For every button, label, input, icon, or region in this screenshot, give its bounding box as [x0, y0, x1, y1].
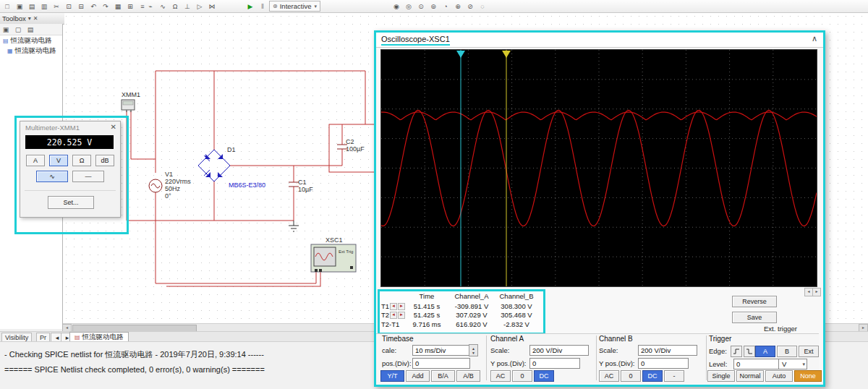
toolbar-icon[interactable]: ◉: [391, 1, 402, 12]
oscilloscope-screen[interactable]: [380, 49, 817, 287]
xmm1-label[interactable]: XMM1: [122, 91, 140, 98]
toolbar-icon[interactable]: ⊟: [75, 1, 87, 12]
cursor-left-icon[interactable]: ◄: [390, 312, 397, 319]
oscilloscope-titlebar[interactable]: Oscilloscope-XSC1 ∧: [376, 33, 823, 48]
multimeter-signal-button[interactable]: ∿: [36, 171, 68, 182]
toolbar-icon[interactable]: ⊚: [427, 1, 439, 12]
toolbar-icon[interactable]: ▥: [38, 1, 50, 12]
probe-toolbar-icons: ◉◎⊙⊚◔⊕⊘◌: [391, 1, 489, 12]
reverse-button[interactable]: Reverse: [732, 296, 777, 307]
multimeter-set-button[interactable]: Set...: [48, 196, 94, 209]
timebase-scale-input[interactable]: 10 ms/Div: [412, 345, 470, 356]
cursor-channel-a-value: -309.891 V: [448, 302, 495, 312]
multimeter-mode-button[interactable]: dB: [95, 155, 114, 166]
channel-a-coupling-button[interactable]: DC: [534, 370, 554, 382]
cursor-right-icon[interactable]: ►: [398, 303, 405, 310]
ext-trigger-label[interactable]: Ext. trigger: [764, 325, 797, 333]
toolbar-icon[interactable]: ↷: [100, 1, 111, 12]
trigger-source-button[interactable]: A: [755, 346, 775, 357]
toolbar-icon[interactable]: ▦: [112, 1, 124, 12]
close-icon[interactable]: ✕: [33, 15, 38, 22]
channel-b-coupling-button[interactable]: -: [664, 370, 684, 382]
toolbar-icon[interactable]: ◌: [477, 1, 488, 12]
falling-edge-button[interactable]: [744, 346, 755, 357]
oscilloscope-title: Oscilloscope-XSC1: [381, 35, 450, 46]
trigger-source-button[interactable]: Ext: [799, 346, 819, 357]
multimeter-mode-button[interactable]: V: [49, 155, 68, 166]
timebase-scale-spinner[interactable]: ▲▼: [469, 344, 478, 356]
trigger-mode-button[interactable]: None: [794, 370, 822, 382]
toolbar-icon[interactable]: □: [1, 1, 13, 12]
toolbar-icon[interactable]: ⊙: [415, 1, 427, 12]
interactive-dropdown[interactable]: ⊛ Interactive ▾: [269, 1, 320, 12]
toolbar-icon[interactable]: ⋈: [206, 1, 218, 12]
channel-a-scale-input[interactable]: 200 V/Div: [529, 345, 589, 356]
timebase-mode-button[interactable]: Y/T: [380, 370, 404, 382]
trace-scroll-right-icon[interactable]: ▸: [812, 288, 821, 296]
multimeter-mode-buttons: AVΩdB: [20, 155, 120, 166]
run-icon[interactable]: ▶: [244, 1, 256, 12]
trigger-mode-button[interactable]: Auto: [765, 370, 793, 382]
timebase-xpos-input[interactable]: 0: [412, 358, 470, 369]
timebase-mode-button[interactable]: Add: [406, 370, 430, 382]
collapse-icon[interactable]: ∧: [812, 34, 817, 43]
v1-ref[interactable]: V1: [165, 171, 173, 178]
c1-ref[interactable]: C1: [298, 179, 307, 186]
channel-a-coupling-button[interactable]: AC: [490, 370, 511, 382]
cursor-left-icon[interactable]: ◄: [390, 303, 397, 310]
channel-b-scale-input[interactable]: 200 V/Div: [638, 345, 697, 356]
toolbar-icon[interactable]: ▤: [25, 24, 36, 35]
rising-edge-button[interactable]: [731, 346, 742, 357]
toolbar-icon[interactable]: ∿: [157, 1, 169, 12]
toolbar-icon[interactable]: ⊘: [464, 1, 476, 12]
c2-ref[interactable]: C2: [346, 138, 354, 145]
toolbar-icon[interactable]: ▷: [194, 1, 205, 12]
v1-value: 220Vrms: [165, 178, 191, 185]
toolbar-icon[interactable]: ▣: [0, 24, 12, 35]
toolbar-icon[interactable]: ⊕: [452, 1, 464, 12]
toolbox-tree-item[interactable]: ▤ 恒流驱动电路: [0, 35, 62, 46]
toolbox-tree-item[interactable]: ▦ 恒流驱动电路: [0, 46, 62, 56]
channel-b-coupling-buttons: AC0DC-: [599, 370, 686, 382]
channel-b-coupling-button[interactable]: AC: [599, 370, 619, 382]
sheet-tab[interactable]: ▤ 恒流驱动电路: [69, 332, 129, 342]
spinner-down-icon[interactable]: ▼: [472, 351, 475, 355]
toolbar-icon[interactable]: ◔: [440, 1, 451, 12]
trigger-mode-button[interactable]: Single: [707, 370, 735, 382]
toolbar-icon[interactable]: ⊞: [124, 1, 136, 12]
save-button[interactable]: Save: [732, 312, 777, 323]
chevron-down-icon[interactable]: ▾: [28, 15, 31, 22]
channel-a-ypos-input[interactable]: 0: [529, 358, 580, 369]
toolbar-icon[interactable]: ⊡: [63, 1, 75, 12]
toolbar-icon[interactable]: ⌁: [145, 1, 156, 12]
toolbar-icon[interactable]: ▤: [26, 1, 38, 12]
trigger-level-input[interactable]: 0: [733, 359, 780, 369]
pause-icon[interactable]: Ⅱ: [257, 1, 268, 12]
trigger-unit-select[interactable]: V ▾: [778, 359, 807, 369]
channel-b-coupling-button[interactable]: DC: [642, 370, 663, 382]
close-icon[interactable]: ✕: [111, 123, 116, 131]
multimeter-signal-button[interactable]: —: [72, 171, 104, 182]
d1-part[interactable]: MB6S-E3/80: [229, 181, 265, 189]
toolbar-icon[interactable]: ↶: [88, 1, 99, 12]
timebase-mode-button[interactable]: B/A: [431, 370, 455, 382]
toolbar-icon[interactable]: ▢: [12, 24, 24, 35]
cursor-right-icon[interactable]: ►: [398, 312, 405, 319]
trigger-source-button[interactable]: B: [777, 346, 797, 357]
multimeter-mode-button[interactable]: Ω: [72, 155, 91, 166]
toolbar-icon[interactable]: ◎: [403, 1, 414, 12]
timebase-mode-button[interactable]: A/B: [456, 370, 480, 382]
d1-ref[interactable]: D1: [227, 146, 236, 153]
channel-b-coupling-button[interactable]: 0: [621, 370, 641, 382]
xsc1-label[interactable]: XSC1: [326, 236, 343, 244]
multimeter-mode-button[interactable]: A: [26, 155, 45, 166]
toolbar-icon[interactable]: Ω: [169, 1, 181, 12]
toolbar-icon[interactable]: ✂: [51, 1, 62, 12]
trigger-mode-button[interactable]: Normal: [736, 370, 764, 382]
sheet-icon: ▤: [3, 38, 9, 44]
toolbar-icon[interactable]: ⊥: [182, 1, 193, 12]
channel-b-ypos-input[interactable]: 0: [638, 358, 689, 369]
toolbar-icon[interactable]: ▣: [14, 1, 25, 12]
channel-a-scale-label: Scale:: [490, 346, 509, 354]
channel-a-coupling-button[interactable]: 0: [512, 370, 532, 382]
